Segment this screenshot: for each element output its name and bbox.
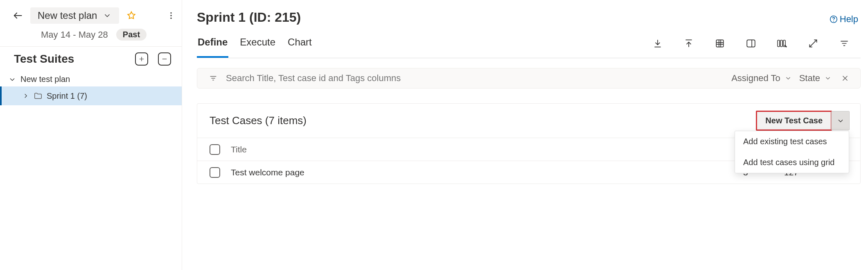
- filter-lines-icon: [209, 74, 218, 83]
- help-icon: [829, 15, 838, 24]
- state-filter[interactable]: State: [799, 73, 832, 84]
- new-test-case-dropdown[interactable]: [831, 111, 849, 130]
- toolbar: [649, 35, 861, 55]
- back-button[interactable]: [10, 7, 26, 24]
- export-button[interactable]: [649, 35, 666, 52]
- layout-icon: [746, 38, 756, 49]
- chevron-right-icon: [22, 92, 29, 100]
- new-test-case-button[interactable]: New Test Case: [756, 111, 832, 131]
- suite-tree: New test plan Sprint 1 (7): [0, 70, 182, 105]
- chevron-down-icon: [836, 117, 845, 125]
- tab-define[interactable]: Define: [197, 32, 228, 58]
- menu-add-existing[interactable]: Add existing test cases: [735, 131, 849, 152]
- plan-status-badge: Past: [116, 29, 147, 41]
- assigned-to-filter[interactable]: Assigned To: [731, 73, 791, 84]
- sidebar-header: New test plan: [0, 0, 182, 26]
- favorite-button[interactable]: [123, 7, 140, 24]
- chevron-down-icon: [8, 75, 16, 84]
- svg-rect-7: [778, 40, 780, 47]
- suite-tree-item-sprint1[interactable]: Sprint 1 (7): [0, 86, 182, 105]
- grid-view-button[interactable]: [712, 35, 728, 52]
- more-button[interactable]: [163, 7, 179, 24]
- menu-add-grid[interactable]: Add test cases using grid: [735, 152, 849, 173]
- test-plan-name: New test plan: [38, 10, 97, 21]
- page-title: Sprint 1 (ID: 215): [197, 10, 301, 25]
- plan-date-range: May 14 - May 28: [41, 29, 108, 40]
- row-checkbox[interactable]: [210, 167, 220, 178]
- select-all-checkbox[interactable]: [210, 144, 220, 155]
- arrow-left-icon: [12, 10, 24, 21]
- filter-bar: Assigned To State: [197, 68, 861, 88]
- star-icon: [126, 10, 137, 21]
- suite-item-label: Sprint 1 (7): [47, 91, 87, 101]
- col-header-title[interactable]: Title: [231, 145, 743, 154]
- suite-tree-root[interactable]: New test plan: [0, 72, 182, 86]
- test-cases-card: Test Cases (7 items) New Test Case Add e…: [197, 103, 861, 184]
- fullscreen-button[interactable]: [805, 35, 821, 52]
- plan-date-row: May 14 - May 28 Past: [0, 26, 182, 46]
- test-cases-title: Test Cases (7 items): [210, 114, 307, 127]
- import-button[interactable]: [681, 35, 697, 52]
- minus-icon: [161, 55, 168, 63]
- columns-edit-icon: [776, 38, 788, 49]
- suite-root-label: New test plan: [20, 75, 70, 84]
- download-icon: [652, 38, 663, 49]
- svg-point-4: [833, 20, 834, 21]
- tabs-bar: Define Execute Chart: [197, 32, 861, 58]
- help-label: Help: [840, 14, 858, 25]
- kebab-icon: [167, 11, 176, 20]
- svg-rect-5: [716, 40, 723, 47]
- tab-execute[interactable]: Execute: [239, 32, 276, 58]
- folder-icon: [34, 91, 43, 100]
- svg-point-1: [170, 15, 171, 16]
- grid-icon: [715, 38, 725, 49]
- svg-rect-8: [780, 40, 782, 47]
- svg-point-0: [170, 12, 171, 14]
- tab-chart[interactable]: Chart: [287, 32, 313, 58]
- collapse-suite-button[interactable]: [158, 52, 171, 66]
- filter-icon: [839, 38, 850, 49]
- pane-view-button[interactable]: [743, 35, 759, 52]
- add-suite-button[interactable]: [135, 52, 148, 66]
- suites-title: Test Suites: [14, 52, 74, 66]
- svg-point-2: [170, 18, 171, 19]
- cell-title: Test welcome page: [231, 168, 743, 177]
- column-options-button[interactable]: [774, 35, 790, 52]
- plus-icon: [138, 55, 145, 63]
- search-input[interactable]: [225, 73, 724, 84]
- suites-section-header: Test Suites: [0, 47, 182, 70]
- filter-toggle-button[interactable]: [836, 35, 852, 52]
- chevron-down-icon: [785, 75, 792, 82]
- chevron-down-icon: [103, 11, 112, 20]
- upload-icon: [683, 38, 694, 49]
- help-link[interactable]: Help: [829, 14, 858, 25]
- state-label: State: [799, 73, 820, 84]
- expand-icon: [808, 38, 818, 49]
- test-plan-selector[interactable]: New test plan: [30, 7, 119, 24]
- main-panel: Sprint 1 (ID: 215) Help Define Execute C…: [182, 0, 868, 270]
- assigned-to-label: Assigned To: [731, 73, 780, 84]
- new-test-case-menu: Add existing test cases Add test cases u…: [735, 131, 849, 173]
- chevron-down-icon: [824, 75, 832, 82]
- new-test-case-split-button: New Test Case Add existing test cases Ad…: [756, 111, 850, 130]
- close-icon: [841, 74, 850, 83]
- sidebar: New test plan May 14 - May 28: [0, 0, 182, 270]
- svg-rect-6: [747, 40, 755, 47]
- clear-filters-button[interactable]: [839, 74, 851, 83]
